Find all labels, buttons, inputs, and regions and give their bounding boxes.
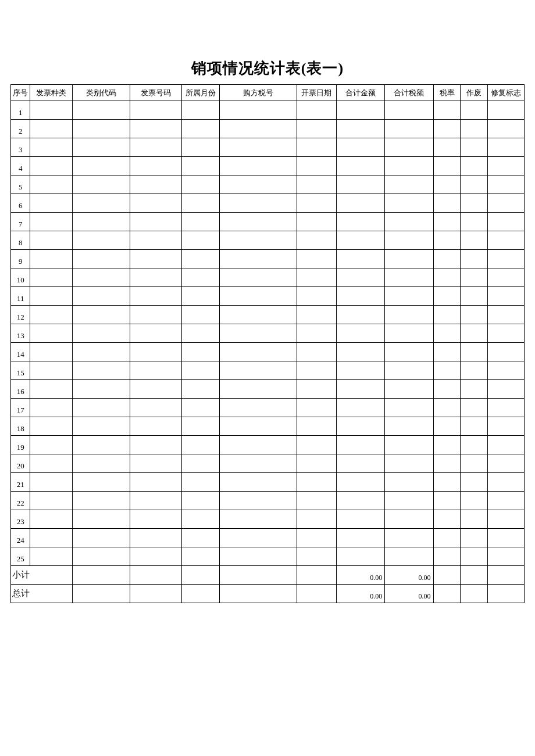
data-cell <box>297 529 337 547</box>
data-cell <box>73 120 130 138</box>
row-seq: 24 <box>11 529 30 547</box>
data-cell <box>73 213 130 231</box>
data-cell <box>219 138 297 157</box>
data-cell <box>73 324 130 343</box>
data-cell <box>336 454 384 473</box>
table-row: 5 <box>11 175 525 194</box>
page-title: 销项情况统计表(表一) <box>10 58 525 78</box>
data-cell <box>130 306 182 324</box>
subtotal-amount: 0.00 <box>336 566 384 585</box>
data-cell <box>433 454 461 473</box>
table-row: 1 <box>11 101 525 120</box>
header-row: 序号 发票种类 类别代码 发票号码 所属月份 购方税号 开票日期 合计金额 合计… <box>11 85 525 101</box>
data-cell <box>181 399 219 417</box>
row-seq: 13 <box>11 324 30 343</box>
data-cell <box>181 306 219 324</box>
statistics-table: 序号 发票种类 类别代码 发票号码 所属月份 购方税号 开票日期 合计金额 合计… <box>10 84 525 603</box>
grandtotal-tax: 0.00 <box>385 585 433 603</box>
data-cell <box>30 547 73 566</box>
header-invoice-type: 发票种类 <box>30 85 73 101</box>
data-cell <box>461 417 488 436</box>
data-cell <box>181 510 219 529</box>
row-seq: 15 <box>11 361 30 380</box>
data-cell <box>219 194 297 213</box>
data-cell <box>433 157 461 175</box>
table-row: 15 <box>11 361 525 380</box>
row-seq: 21 <box>11 473 30 492</box>
data-cell <box>461 120 488 138</box>
data-cell <box>336 473 384 492</box>
data-cell <box>297 343 337 361</box>
data-cell <box>385 361 433 380</box>
data-cell <box>385 138 433 157</box>
data-cell <box>130 547 182 566</box>
data-cell <box>385 417 433 436</box>
data-cell <box>385 175 433 194</box>
data-cell <box>336 194 384 213</box>
data-cell <box>297 213 337 231</box>
row-seq: 16 <box>11 380 30 399</box>
data-cell <box>461 454 488 473</box>
grandtotal-cell <box>181 585 219 603</box>
data-cell <box>30 510 73 529</box>
row-seq: 12 <box>11 306 30 324</box>
data-cell <box>336 492 384 510</box>
table-row: 25 <box>11 547 525 566</box>
data-cell <box>130 380 182 399</box>
table-row: 21 <box>11 473 525 492</box>
data-cell <box>433 529 461 547</box>
data-cell <box>73 399 130 417</box>
data-cell <box>73 175 130 194</box>
data-cell <box>181 473 219 492</box>
data-cell <box>30 268 73 287</box>
data-cell <box>219 547 297 566</box>
data-cell <box>297 436 337 454</box>
data-cell <box>336 380 384 399</box>
table-row: 19 <box>11 436 525 454</box>
data-cell <box>297 175 337 194</box>
subtotal-cell <box>219 566 297 585</box>
data-cell <box>73 473 130 492</box>
data-cell <box>130 417 182 436</box>
data-cell <box>30 287 73 306</box>
data-cell <box>488 120 525 138</box>
data-cell <box>181 231 219 250</box>
data-cell <box>297 250 337 268</box>
data-cell <box>488 231 525 250</box>
data-cell <box>30 473 73 492</box>
table-row: 16 <box>11 380 525 399</box>
data-cell <box>488 194 525 213</box>
data-cell <box>30 361 73 380</box>
data-cell <box>461 547 488 566</box>
data-cell <box>297 324 337 343</box>
header-tax-rate: 税率 <box>433 85 461 101</box>
data-cell <box>130 268 182 287</box>
data-cell <box>30 231 73 250</box>
data-cell <box>219 510 297 529</box>
data-cell <box>461 101 488 120</box>
data-cell <box>488 324 525 343</box>
row-seq: 1 <box>11 101 30 120</box>
data-cell <box>433 175 461 194</box>
data-cell <box>181 138 219 157</box>
data-cell <box>385 399 433 417</box>
row-seq: 22 <box>11 492 30 510</box>
data-cell <box>30 213 73 231</box>
data-cell <box>461 287 488 306</box>
data-cell <box>433 417 461 436</box>
data-cell <box>461 343 488 361</box>
data-cell <box>73 268 130 287</box>
subtotal-cell <box>181 566 219 585</box>
data-cell <box>461 306 488 324</box>
data-cell <box>488 547 525 566</box>
table-row: 10 <box>11 268 525 287</box>
data-cell <box>297 361 337 380</box>
table-row: 12 <box>11 306 525 324</box>
data-cell <box>181 250 219 268</box>
data-cell <box>297 473 337 492</box>
data-cell <box>297 157 337 175</box>
subtotal-cell <box>297 566 337 585</box>
data-cell <box>385 510 433 529</box>
data-cell <box>219 529 297 547</box>
data-cell <box>488 529 525 547</box>
